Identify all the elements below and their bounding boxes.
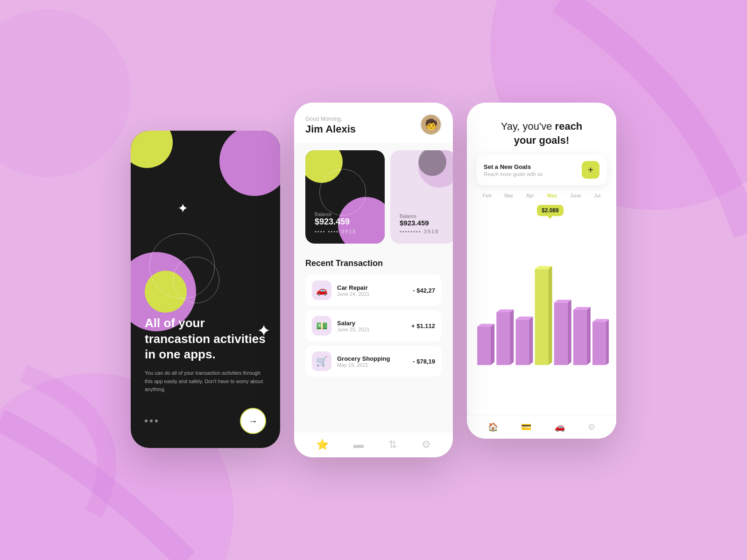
card-main-amount: $923.459 xyxy=(315,217,375,227)
transaction-date: May 19, 2021 xyxy=(337,362,413,368)
dots-navigation xyxy=(145,420,158,422)
phone-1-dark: ✦ ✦ All of your trancastion activities i… xyxy=(131,131,280,448)
goals-card-text: Set a New Goals Reach more goals with us xyxy=(484,163,543,177)
nav3-transfer[interactable]: 🚗 xyxy=(555,422,565,432)
transaction-name: Car Repair xyxy=(337,284,413,291)
phone3-bottom-nav: 🏠 💳 🚗 ⚙ xyxy=(467,415,616,439)
transaction-icon: 🚗 xyxy=(312,280,331,300)
card-main-number: •••• •••• 3918 xyxy=(315,229,375,234)
goals-headline-1: Yay, you've xyxy=(501,120,552,132)
nav3-card[interactable]: 💳 xyxy=(521,422,531,432)
bar-chart xyxy=(474,200,609,415)
deco-circle-yellow-topleft xyxy=(131,131,173,168)
transaction-amount: - $78,19 xyxy=(413,358,435,365)
card-sec-amount: $923.459 xyxy=(400,219,446,227)
transaction-date: June 24, 2021 xyxy=(337,291,413,297)
main-card: Balance $923.459 •••• •••• 3918 xyxy=(305,150,385,244)
goals-card[interactable]: Set a New Goals Reach more goals with us… xyxy=(476,154,607,185)
dot-1 xyxy=(145,420,148,422)
next-button[interactable]: → xyxy=(240,408,266,434)
nav-card[interactable]: ▬ xyxy=(353,439,364,451)
transaction-info: Grocery Shopping May 19, 2021 xyxy=(337,355,413,368)
month-label-apr: Apr xyxy=(526,193,534,198)
goals-card-label: Set a New Goals xyxy=(484,163,543,170)
nav-home[interactable]: ⭐ xyxy=(316,439,329,451)
deco-ring-2 xyxy=(173,257,219,303)
add-goal-button[interactable]: + xyxy=(582,161,599,179)
transactions-section: Recent Transaction 🚗 Car Repair June 24,… xyxy=(294,251,453,432)
transaction-info: Salary June 20, 2021 xyxy=(337,320,411,332)
month-label-june: June xyxy=(570,193,581,198)
phone-2-transactions: Good Morning, Jim Alexis 🧒 Balance $923.… xyxy=(294,103,453,457)
transaction-item[interactable]: 💵 Salary June 20, 2021 + $1.112 xyxy=(305,310,442,341)
goals-headline-2: your goals! xyxy=(514,134,570,146)
transaction-icon: 🛒 xyxy=(312,351,331,371)
transaction-item[interactable]: 🛒 Grocery Shopping May 19, 2021 - $78,19 xyxy=(305,346,442,377)
month-label-may: May xyxy=(547,193,557,198)
phone3-header: Yay, you've reach your goals! xyxy=(467,103,616,154)
nav3-home[interactable]: 🏠 xyxy=(488,422,498,432)
transaction-date: June 20, 2021 xyxy=(337,327,411,332)
cards-row: Balance $923.459 •••• •••• 3918 Balance … xyxy=(294,143,453,251)
price-bubble: $2.089 xyxy=(537,205,564,216)
month-label-mar: Mar xyxy=(504,193,513,198)
dot-3 xyxy=(155,420,158,422)
deco-ring-1 xyxy=(149,233,215,299)
deco-circle-yellow-mid xyxy=(145,271,187,313)
phone2-header: Good Morning, Jim Alexis 🧒 xyxy=(294,103,453,143)
nav-transfer[interactable]: ⇅ xyxy=(388,439,397,451)
nav3-settings[interactable]: ⚙ xyxy=(588,422,595,432)
card-deco-ring xyxy=(319,169,366,216)
chart-area: $2.089 xyxy=(467,200,616,415)
svg-point-3 xyxy=(0,9,131,177)
phone2-bottom-nav: ⭐ ▬ ⇅ ⚙ xyxy=(294,432,453,457)
card-sec-number: •••••••• 3918 xyxy=(400,229,446,234)
star-icon-top: ✦ xyxy=(177,201,188,216)
phone1-footer: → xyxy=(145,408,266,434)
card-main-label: Balance xyxy=(315,212,375,217)
phone1-content: All of your trancastion activities in on… xyxy=(145,315,266,434)
transaction-name: Salary xyxy=(337,320,411,327)
transaction-list: 🚗 Car Repair June 24, 2021 - $42,27 💵 Sa… xyxy=(305,275,442,377)
transaction-amount: + $1.112 xyxy=(411,322,435,329)
deco-circle-purple-topright xyxy=(219,131,280,196)
goals-reach: reach xyxy=(555,120,583,132)
card-sec-label: Balance xyxy=(400,214,446,219)
transaction-info: Car Repair June 24, 2021 xyxy=(337,284,413,297)
transaction-item[interactable]: 🚗 Car Repair June 24, 2021 - $42,27 xyxy=(305,275,442,306)
transaction-amount: - $42,27 xyxy=(413,287,435,294)
transactions-title: Recent Transaction xyxy=(305,259,442,268)
dot-2 xyxy=(150,420,153,422)
secondary-card: Balance $923.459 •••••••• 3918 xyxy=(390,150,453,244)
goals-title: Yay, you've reach your goals! xyxy=(478,119,605,147)
transaction-name: Grocery Shopping xyxy=(337,355,413,362)
chart-months: FebMarAprMayJuneJul xyxy=(467,185,616,200)
month-label-feb: Feb xyxy=(483,193,492,198)
phone-3-goals: Yay, you've reach your goals! Set a New … xyxy=(467,103,616,439)
month-label-jul: Jul xyxy=(594,193,600,198)
transaction-icon: 💵 xyxy=(312,316,331,336)
avatar: 🧒 xyxy=(420,114,442,135)
goals-card-subtitle: Reach more goals with us xyxy=(484,171,543,177)
phone1-subtitle: You can do all of your transaction activ… xyxy=(145,369,266,394)
phone1-title: All of your trancastion activities in on… xyxy=(145,315,266,363)
nav-settings[interactable]: ⚙ xyxy=(422,439,431,451)
